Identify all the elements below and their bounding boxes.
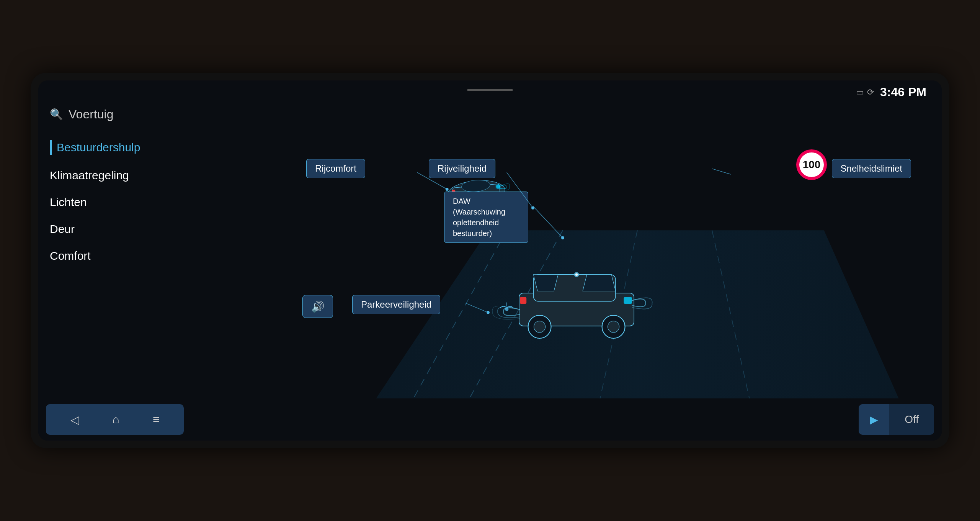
svg-point-25	[575, 274, 578, 276]
time-display: ▭ ⟳ 3:46 PM	[856, 85, 926, 99]
svg-point-26	[505, 307, 508, 311]
svg-marker-17	[533, 275, 558, 291]
svg-rect-23	[520, 297, 526, 304]
svg-point-21	[608, 321, 619, 333]
sync-icon: ⟳	[867, 87, 874, 97]
main-content: 🔍 Voertuig Bestuurdershulp Klimaatregeli…	[38, 100, 942, 398]
search-label[interactable]: Voertuig	[69, 107, 113, 121]
sidebar-item-deur[interactable]: Deur	[50, 216, 172, 242]
road-illustration	[184, 100, 942, 398]
sound-button[interactable]: 🔊	[302, 295, 333, 318]
menu-button[interactable]: ≡	[147, 409, 166, 430]
screen: ▭ ⟳ 3:46 PM 🔍 Voertuig Bestuurdershulp K…	[38, 80, 942, 441]
svg-rect-22	[624, 297, 632, 304]
play-button[interactable]: ▶	[859, 404, 889, 435]
home-button[interactable]: ⌂	[106, 409, 126, 430]
bottom-bar: ◁ ⌂ ≡ ▶ Off	[38, 398, 942, 441]
search-row: 🔍 Voertuig	[50, 107, 172, 121]
bezel: ▭ ⟳ 3:46 PM 🔍 Voertuig Bestuurdershulp K…	[31, 73, 949, 448]
active-bar	[50, 140, 52, 155]
nav-buttons: ◁ ⌂ ≡	[46, 404, 184, 435]
status-icons: ▭ ⟳	[856, 87, 874, 97]
drag-handle	[467, 89, 513, 91]
speaker-icon: 🔊	[311, 300, 325, 313]
sidebar: 🔍 Voertuig Bestuurdershulp Klimaatregeli…	[38, 100, 184, 398]
search-icon: 🔍	[50, 108, 63, 121]
sidebar-item-comfort[interactable]: Comfort	[50, 242, 172, 269]
svg-rect-11	[452, 190, 456, 193]
sidebar-label-lichten: Lichten	[50, 196, 87, 209]
back-button[interactable]: ◁	[64, 409, 85, 430]
top-bar	[38, 80, 942, 100]
home-icon: ⌂	[113, 413, 119, 426]
battery-icon: ▭	[856, 87, 864, 97]
play-icon: ▶	[870, 413, 878, 426]
svg-marker-0	[376, 230, 899, 398]
svg-point-19	[534, 321, 546, 333]
sidebar-label-bestuurdershulp: Bestuurdershulp	[57, 141, 140, 154]
sidebar-label-deur: Deur	[50, 223, 75, 236]
viz-area: Rijcomfort Rijveiligheid Snelheidslimiet…	[184, 100, 942, 398]
sidebar-item-lichten[interactable]: Lichten	[50, 189, 172, 216]
sidebar-label-klimaatregeling: Klimaatregeling	[50, 169, 129, 182]
sidebar-item-klimaatregeling[interactable]: Klimaatregeling	[50, 162, 172, 189]
speed-limit-sign: 100	[796, 149, 827, 180]
clock: 3:46 PM	[880, 85, 926, 99]
svg-marker-16	[583, 275, 616, 291]
sidebar-label-comfort: Comfort	[50, 249, 91, 262]
menu-icon: ≡	[153, 413, 160, 426]
playback-status: ▶ Off	[859, 404, 934, 435]
back-icon: ◁	[70, 413, 79, 426]
sidebar-item-bestuurdershulp[interactable]: Bestuurdershulp	[50, 133, 172, 162]
playback-label: Off	[889, 404, 934, 435]
